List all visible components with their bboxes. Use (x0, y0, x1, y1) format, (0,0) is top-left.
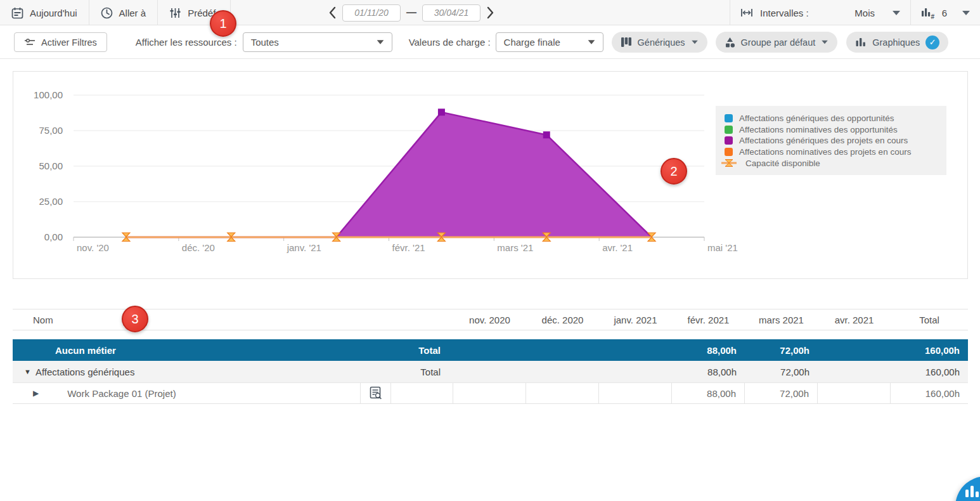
legend-swatch (725, 114, 733, 122)
cell-value (818, 383, 891, 403)
load-values-value: Charge finale (504, 37, 560, 48)
step-badge-3: 3 (122, 306, 148, 332)
svg-text:0,00: 0,00 (44, 231, 63, 242)
show-resources-label: Afficher les ressources : (136, 37, 237, 48)
charts-checked-icon: ✓ (925, 36, 939, 49)
cell-value (818, 339, 891, 361)
detail-view-icon (370, 386, 382, 400)
row-name: Aucun métier (13, 339, 360, 361)
cell-value (526, 339, 599, 361)
cell-value (526, 383, 599, 403)
load-values-label: Valeurs de charge : (409, 37, 491, 48)
column-header-month: janv. 2021 (599, 309, 672, 330)
cell-total: 160,00h (891, 361, 968, 382)
row-total-label: Total (360, 339, 453, 361)
chart-count-control[interactable]: # 6 (910, 0, 980, 25)
column-header-month: déc. 2020 (526, 309, 599, 330)
date-to-input[interactable] (422, 4, 480, 22)
show-resources-select[interactable]: Toutes (243, 32, 392, 52)
table-row-group[interactable]: ▼ Affectations génériques Total 88,00h 7… (13, 361, 968, 382)
svg-text:janv. '21: janv. '21 (287, 242, 321, 253)
group-by-caret-icon (822, 41, 828, 44)
column-header-total: Total (891, 309, 968, 330)
group-by-dropdown[interactable]: Groupe par défaut (716, 32, 838, 53)
column-header-name: Nom (13, 309, 453, 330)
calendar-icon (11, 7, 23, 19)
activate-filters-button[interactable]: Activer Filtres (14, 32, 107, 52)
filter-icon (24, 38, 35, 47)
capacity-line-icon (721, 159, 737, 167)
svg-text:mars '21: mars '21 (497, 242, 533, 253)
load-table: Nom nov. 2020 déc. 2020 janv. 2021 févr.… (13, 309, 968, 404)
legend-label: Affectations nominatives des projets en … (739, 147, 911, 157)
table-row-group-total: Aucun métier Total 88,00h 72,00h 160,00h (13, 339, 968, 361)
svg-text:avr. '21: avr. '21 (602, 242, 633, 253)
chart-count-value: 6 (942, 8, 947, 18)
capacity-chart-panel: 0,0025,0050,0075,00100,00nov. '20déc. '2… (13, 71, 968, 279)
cell-value (599, 383, 672, 403)
group-by-label: Groupe par défaut (741, 37, 816, 48)
legend-item: Affectations nominatives des projets en … (725, 146, 938, 158)
legend-item: Capacité disponible (725, 157, 938, 169)
svg-text:50,00: 50,00 (39, 160, 63, 171)
generics-label: Génériques (638, 37, 685, 48)
legend-label: Capacité disponible (745, 159, 820, 168)
svg-text:févr. '21: févr. '21 (392, 242, 425, 253)
charts-toggle[interactable]: Graphiques ✓ (846, 32, 948, 53)
row-total-label: Total (360, 361, 453, 382)
cell-value: 88,00h (672, 383, 745, 403)
cell-value (453, 361, 526, 382)
legend-swatch (725, 136, 733, 145)
collapse-triangle-icon[interactable]: ▼ (24, 368, 31, 375)
cell-value: 72,00h (745, 383, 818, 403)
group-by-icon (725, 37, 735, 48)
legend-label: Affectations nominatives des opportunité… (739, 125, 898, 134)
svg-text:25,00: 25,00 (39, 196, 63, 207)
charts-fab-button[interactable] (955, 476, 980, 501)
intervals-icon (740, 8, 753, 18)
column-header-month: avr. 2021 (818, 309, 891, 330)
legend-item: Affectations nominatives des opportunité… (725, 124, 938, 136)
cell-total: 160,00h (891, 383, 968, 403)
expand-triangle-icon[interactable]: ▶ (33, 389, 39, 398)
chart-legend: Affectations génériques des opportunités… (716, 106, 946, 175)
cell-value: 88,00h (672, 361, 745, 382)
chevron-left-icon[interactable] (328, 6, 337, 19)
interval-value: Mois (854, 8, 875, 18)
filter-toolbar: Activer Filtres Afficher les ressources … (0, 26, 980, 59)
cell-total: 160,00h (891, 339, 968, 361)
legend-label: Affectations génériques des projets en c… (739, 136, 908, 145)
svg-text:déc. '20: déc. '20 (182, 242, 215, 253)
legend-item: Affectations génériques des projets en c… (725, 135, 938, 146)
date-range-navigator: — (328, 0, 494, 25)
load-values-caret-icon (588, 40, 595, 44)
svg-text:100,00: 100,00 (34, 89, 63, 100)
intervals-control[interactable]: Intervalles : Mois (730, 0, 910, 25)
legend-item: Affectations génériques des opportunités (725, 113, 938, 124)
intervals-label: Intervalles : (760, 8, 809, 18)
bar-chart-icon (964, 484, 980, 499)
column-header-month: nov. 2020 (453, 309, 526, 330)
row-name: Work Package 01 (Projet) (67, 388, 176, 399)
goto-button[interactable]: Aller à (89, 0, 158, 25)
detail-view-cell[interactable] (360, 383, 391, 403)
empty-cell (391, 383, 453, 403)
row-name: Affectations génériques (35, 367, 135, 377)
columns-icon (621, 37, 632, 48)
generics-dropdown[interactable]: Génériques (612, 32, 707, 53)
date-from-input[interactable] (342, 4, 401, 22)
column-header-month: févr. 2021 (672, 309, 745, 330)
load-values-select[interactable]: Charge finale (496, 32, 603, 52)
column-header-month: mars 2021 (745, 309, 818, 330)
table-header-row: Nom nov. 2020 déc. 2020 janv. 2021 févr.… (13, 309, 968, 330)
cell-value (599, 339, 672, 361)
intervals-caret-icon (893, 11, 900, 15)
sliders-icon (169, 7, 181, 19)
table-row-item: ▶ Work Package 01 (Projet) 88,00h 72,00h… (13, 382, 968, 404)
step-badge-2: 2 (661, 158, 687, 185)
today-button[interactable]: Aujourd'hui (0, 0, 89, 25)
cell-value (818, 361, 891, 382)
chevron-right-icon[interactable] (486, 6, 494, 19)
top-toolbar: Aujourd'hui Aller à Prédéf. — (0, 0, 980, 25)
clock-icon (101, 7, 113, 19)
